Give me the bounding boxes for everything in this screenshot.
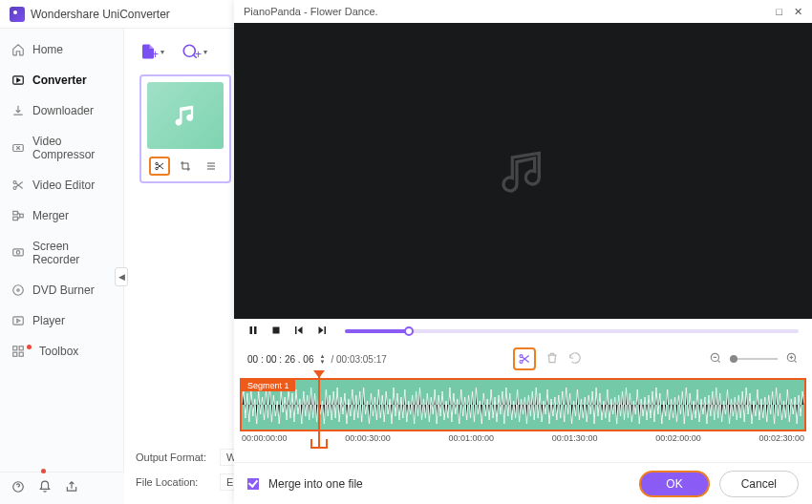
share-icon[interactable] <box>65 480 78 496</box>
playhead-handle[interactable] <box>310 439 328 449</box>
download-icon <box>11 104 25 117</box>
trim-editor-panel: PianoPanda - Flower Dance. □ ✕ 00 : 00 :… <box>234 0 812 504</box>
merge-checkbox[interactable] <box>247 478 259 490</box>
svg-point-2 <box>13 181 16 184</box>
cut-button[interactable] <box>513 347 536 370</box>
ok-button[interactable]: OK <box>639 471 709 497</box>
zoom-slider[interactable] <box>730 358 778 360</box>
more-button[interactable] <box>201 157 222 176</box>
editor-maximize-button[interactable]: □ <box>776 6 782 18</box>
svg-rect-21 <box>254 326 257 334</box>
svg-rect-15 <box>19 352 23 356</box>
sidebar-collapse-button[interactable]: ◀ <box>115 267 128 286</box>
sidebar: Home Converter Downloader Video Compress… <box>0 29 124 504</box>
svg-point-10 <box>17 289 19 291</box>
sidebar-item-label: Player <box>32 314 65 327</box>
stop-button[interactable] <box>270 325 282 338</box>
notification-dot-icon <box>27 345 32 349</box>
sidebar-item-player[interactable]: Player <box>0 305 123 336</box>
sidebar-item-label: Home <box>32 43 63 56</box>
svg-rect-7 <box>13 249 24 256</box>
app-logo-icon <box>10 7 25 22</box>
scissors-icon <box>11 178 25 192</box>
sidebar-item-converter[interactable]: Converter <box>0 65 123 95</box>
converter-icon <box>11 74 25 87</box>
svg-rect-4 <box>13 211 18 215</box>
next-button[interactable] <box>316 325 328 338</box>
sidebar-item-dvd-burner[interactable]: DVD Burner <box>0 275 123 305</box>
bell-icon[interactable] <box>38 480 52 496</box>
preview-area <box>234 23 812 319</box>
svg-rect-20 <box>250 326 253 334</box>
sidebar-item-home[interactable]: Home <box>0 34 123 65</box>
help-icon[interactable] <box>11 480 25 496</box>
time-total: / 00:03:05:17 <box>331 354 386 365</box>
segment[interactable]: Segment 1 <box>240 378 806 431</box>
segment-label: Segment 1 <box>242 380 295 391</box>
editor-close-button[interactable]: ✕ <box>794 6 802 18</box>
time-stepper[interactable]: ▲▼ <box>320 353 326 365</box>
sidebar-item-screen-recorder[interactable]: Screen Recorder <box>0 231 123 275</box>
svg-rect-12 <box>13 346 17 350</box>
sidebar-item-label: Video Editor <box>32 178 95 192</box>
tick-label: 00:01:30:00 <box>552 433 598 443</box>
add-file-button[interactable]: +▾ <box>139 42 164 61</box>
sidebar-item-label: DVD Burner <box>32 284 95 297</box>
sidebar-item-toolbox[interactable]: Toolbox <box>0 336 123 367</box>
sidebar-item-video-editor[interactable]: Video Editor <box>0 170 123 200</box>
sidebar-footer <box>0 472 124 504</box>
tick-label: 00:02:30:00 <box>759 433 804 443</box>
editor-footer: Merge into one file OK Cancel <box>234 462 812 504</box>
svg-point-9 <box>13 285 24 296</box>
svg-rect-14 <box>13 352 17 356</box>
home-icon <box>11 43 25 56</box>
disc-icon <box>11 284 25 297</box>
svg-point-23 <box>520 355 523 358</box>
sidebar-item-label: Video Compressor <box>32 135 112 161</box>
tick-label: 00:01:00:00 <box>449 433 495 443</box>
delete-button[interactable] <box>545 351 559 367</box>
seek-fill <box>345 329 409 333</box>
sidebar-item-label: Merger <box>32 209 69 222</box>
svg-rect-5 <box>13 217 18 220</box>
svg-rect-6 <box>20 214 24 218</box>
playhead[interactable] <box>318 372 320 447</box>
seek-bar[interactable] <box>345 329 799 333</box>
sidebar-item-video-compressor[interactable]: Video Compressor <box>0 126 123 170</box>
undo-button[interactable] <box>568 351 582 367</box>
file-card[interactable] <box>139 74 231 183</box>
playback-controls <box>234 319 812 344</box>
sidebar-item-label: Toolbox <box>39 345 78 358</box>
sidebar-item-downloader[interactable]: Downloader <box>0 95 123 126</box>
tick-label: 00:00:30:00 <box>345 433 391 443</box>
compress-icon <box>11 141 25 155</box>
seek-knob[interactable] <box>404 326 414 336</box>
cancel-button[interactable]: Cancel <box>719 471 799 497</box>
output-format-label: Output Format: <box>136 452 212 463</box>
svg-point-24 <box>520 360 523 363</box>
zoom-out-button[interactable] <box>709 351 722 367</box>
add-url-button[interactable]: +▾ <box>182 42 207 61</box>
svg-point-18 <box>156 162 159 165</box>
file-location-label: File Location: <box>136 476 212 488</box>
time-in-value[interactable]: 00 : 00 : 26 . 06 <box>247 354 314 365</box>
sidebar-item-label: Downloader <box>32 104 94 117</box>
file-thumbnail <box>147 82 224 149</box>
trim-button[interactable] <box>149 157 170 176</box>
app-title: Wondershare UniConverter <box>31 8 170 21</box>
svg-rect-11 <box>13 317 24 325</box>
play-icon <box>11 314 25 327</box>
record-icon <box>11 246 25 260</box>
sidebar-item-label: Screen Recorder <box>32 240 112 266</box>
prev-button[interactable] <box>293 325 305 338</box>
tick-label: 00:02:00:00 <box>655 433 701 443</box>
sidebar-item-label: Converter <box>32 74 87 87</box>
merge-label: Merge into one file <box>268 477 363 491</box>
crop-button[interactable] <box>175 157 196 176</box>
toolbox-icon <box>11 345 25 358</box>
waveform[interactable] <box>242 380 804 430</box>
pause-button[interactable] <box>247 325 259 338</box>
svg-point-19 <box>156 167 159 170</box>
zoom-in-button[interactable] <box>785 351 799 367</box>
sidebar-item-merger[interactable]: Merger <box>0 200 123 231</box>
